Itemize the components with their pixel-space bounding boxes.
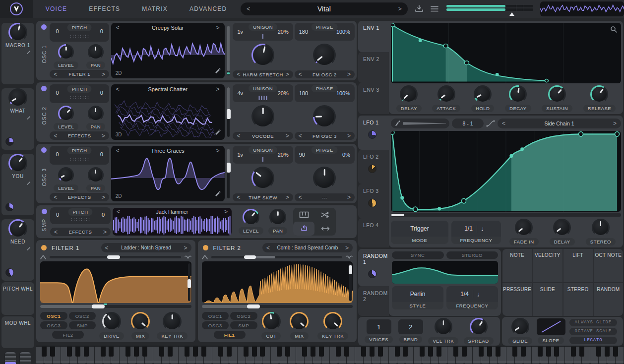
osc-3-pan-knob[interactable]	[88, 167, 104, 183]
osc-2-fm-knob[interactable]	[313, 105, 336, 128]
filter-1-input-smp[interactable]: SMP	[69, 321, 96, 329]
filter-1-morph-slider[interactable]	[50, 256, 181, 258]
osc-2-power-toggle[interactable]	[41, 86, 47, 91]
stereo-spread-knob[interactable]	[470, 318, 488, 336]
piano-key-black[interactable]	[134, 347, 139, 357]
sampler-pan-knob[interactable]	[269, 209, 286, 226]
tempo-sync-note-icon[interactable]: ♩	[477, 290, 484, 298]
osc-2-left-param-selector[interactable]: <VOCODE>	[233, 132, 293, 140]
osc-1-level-knob[interactable]	[58, 44, 74, 60]
piano-key-black[interactable]	[302, 347, 307, 357]
filter-2-input-smp[interactable]: SMP	[230, 321, 257, 329]
wavetable-next-icon[interactable]: >	[216, 86, 220, 92]
filter-1-keytrack-knob[interactable]	[163, 312, 182, 331]
piano-key-black[interactable]	[84, 347, 89, 357]
osc-2-view-mode[interactable]: 3D	[116, 132, 122, 137]
env-attack-knob[interactable]	[437, 85, 455, 103]
sample-name[interactable]: Jack Hammer	[120, 209, 224, 215]
macro-3-knob[interactable]	[8, 154, 27, 173]
edit-pencil-icon[interactable]	[26, 179, 31, 187]
env-decay-knob[interactable]	[509, 85, 527, 103]
wavetable-next-icon[interactable]: >	[216, 148, 220, 154]
volume-handle[interactable]	[509, 12, 514, 16]
wavetable-edit-pencil-icon[interactable]	[214, 128, 221, 137]
edit-pencil-icon[interactable]	[26, 113, 31, 122]
filter-1-drive-knob[interactable]	[102, 312, 121, 331]
filter-1-input-osc3[interactable]: OSC3	[40, 321, 67, 329]
osc-3-level-knob[interactable]	[58, 167, 74, 183]
lfo-mode-control[interactable]: Trigger MODE	[391, 221, 448, 244]
filter-1-model-selector[interactable]: <Ladder : Notch Spread>	[101, 243, 191, 252]
osc-1-fm-knob[interactable]	[313, 44, 336, 66]
mod-source-lift[interactable]: LIFT	[563, 249, 593, 282]
tab-lfo-3[interactable]: LFO 3	[358, 184, 389, 218]
piano-key-black[interactable]	[344, 347, 349, 357]
filter-2-input-osc2[interactable]: OSC2	[230, 312, 257, 320]
piano-key-black[interactable]	[546, 347, 551, 357]
lfo-1-mod-indicator[interactable]	[368, 130, 376, 139]
lfo-2-mod-indicator[interactable]	[368, 165, 376, 173]
piano-key-black[interactable]	[395, 347, 400, 357]
piano-key-black[interactable]	[50, 347, 55, 357]
wavetable-next-icon[interactable]: >	[216, 25, 220, 31]
tab-advanced[interactable]: ADVANCED	[189, 5, 227, 12]
piano-key-black[interactable]	[319, 347, 324, 357]
piano-key-black[interactable]	[193, 347, 198, 357]
piano-key-black[interactable]	[596, 347, 601, 357]
osc-2-level-knob[interactable]	[58, 106, 74, 121]
filter-2-cutoff-knob[interactable]	[262, 312, 281, 331]
piano-key-black[interactable]	[218, 347, 223, 357]
random-stereo-button[interactable]: STEREO	[446, 251, 499, 259]
osc-1-frame-slider[interactable]	[227, 26, 230, 75]
loop-icon[interactable]	[293, 222, 314, 236]
piano-key-black[interactable]	[571, 347, 576, 357]
osc-2-phase-value[interactable]: 180	[299, 90, 308, 96]
piano-key-black[interactable]	[512, 347, 517, 357]
osc-1-transpose[interactable]: 0	[56, 28, 59, 34]
tab-random-1[interactable]: RANDOM 1	[358, 249, 389, 286]
filter-1-mix-fader[interactable]	[188, 263, 190, 302]
filter-1-input-osc1[interactable]: OSC1	[40, 312, 67, 320]
tab-env-3[interactable]: ENV 3	[358, 83, 389, 114]
filter-2-keytrack-knob[interactable]	[323, 312, 342, 331]
piano-key-black[interactable]	[142, 347, 147, 357]
osc-1-view-mode[interactable]: 2D	[116, 70, 122, 76]
osc-3-frame-slider[interactable]	[227, 149, 230, 198]
slope-control[interactable]: SLOPE	[537, 318, 565, 344]
osc-2-unison-voices[interactable]: 4v	[237, 90, 243, 96]
tab-lfo-2[interactable]: LFO 2	[358, 150, 389, 184]
wavetable-prev-icon[interactable]: <	[116, 86, 120, 92]
lfo-phase-slider[interactable]	[391, 213, 621, 217]
filter-2-mix-knob[interactable]	[290, 312, 309, 331]
piano-key-black[interactable]	[605, 347, 610, 357]
piano-key-black[interactable]	[227, 347, 232, 357]
piano-key-black[interactable]	[487, 347, 492, 357]
piano-key-black[interactable]	[244, 347, 249, 357]
vital-logo[interactable]	[0, 0, 33, 18]
osc-1-power-toggle[interactable]	[41, 24, 47, 30]
osc-2-tune[interactable]: 0	[100, 90, 103, 96]
osc-3-view-mode[interactable]: 2D	[116, 193, 122, 199]
osc-1-left-param-selector[interactable]: <HARM STRETCH>	[233, 70, 293, 78]
filter-2-response-display[interactable]	[202, 261, 353, 303]
filter-1-input-fil2[interactable]: FIL2	[52, 331, 84, 339]
always-glide-toggle[interactable]: ALWAYS GLIDE	[569, 319, 617, 326]
osc-3-phase-rand[interactable]: 0%	[342, 152, 350, 158]
random-1-mod-indicator[interactable]	[368, 270, 376, 278]
tab-random-2[interactable]: RANDOM 2	[358, 286, 389, 316]
filter-1-mix-knob[interactable]	[131, 312, 150, 331]
osc-2-routing-selector[interactable]: <EFFECTS>	[50, 131, 109, 140]
macro-4-knob[interactable]	[8, 219, 27, 238]
piano-key-black[interactable]	[521, 347, 526, 357]
random-frequency-control[interactable]: 1/4♩ FREQUENCY	[446, 286, 498, 313]
voices-control[interactable]: 1 VOICES	[365, 319, 393, 343]
filter-2-input-fil1[interactable]: FIL1	[214, 331, 246, 339]
osc-3-right-param-selector[interactable]: <--->	[295, 193, 355, 201]
edit-pencil-icon[interactable]	[26, 48, 31, 57]
mod-source-oct-note[interactable]: OCT NOTE	[594, 249, 623, 282]
mod-source-stereo[interactable]: STEREO	[563, 283, 593, 316]
wavetable-prev-icon[interactable]: <	[116, 25, 120, 31]
osc-3-tune[interactable]: 0	[100, 151, 103, 157]
mod-source-random[interactable]: RANDOM	[594, 283, 623, 316]
legato-toggle[interactable]: LEGATO	[569, 337, 617, 344]
